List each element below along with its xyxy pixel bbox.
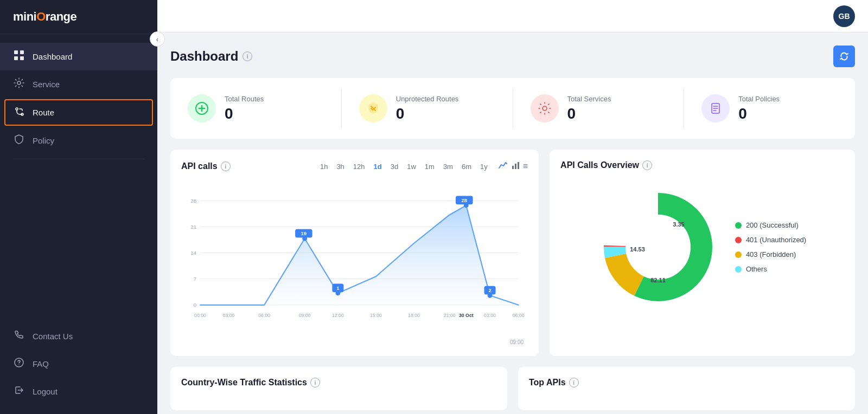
line-chart-icon[interactable] [498, 160, 508, 172]
stat-total-policies-value: 0 [738, 105, 780, 122]
api-calls-info-icon[interactable]: i [221, 161, 231, 171]
legend-dot-200 [735, 222, 742, 229]
sidebar-collapse-button[interactable]: ‹ [150, 31, 165, 47]
svg-text:19: 19 [301, 230, 307, 236]
svg-rect-2 [14, 56, 18, 60]
svg-text:21:00: 21:00 [444, 313, 456, 318]
svg-text:03:00: 03:00 [484, 313, 496, 318]
time-1h[interactable]: 1h [317, 161, 330, 172]
sidebar-item-label-policy: Policy [33, 136, 54, 145]
legend-others: Others [735, 265, 806, 273]
api-calls-chart-header: API calls i 1h 3h 12h 1d 3d 1w 1m 3m [181, 160, 528, 172]
svg-text:30 Oct: 30 Oct [459, 313, 474, 318]
svg-text:06:00: 06:00 [513, 313, 525, 318]
chart-type-icons [498, 160, 521, 172]
svg-text:03:00: 03:00 [223, 313, 235, 318]
bottom-row: Country-Wise Traffic Statistics i Top AP… [170, 367, 855, 410]
dashboard-info-icon[interactable]: i [242, 51, 252, 61]
sidebar-item-route[interactable]: Route [4, 99, 153, 126]
sidebar-item-logout[interactable]: Logout [0, 378, 157, 405]
svg-text:28: 28 [190, 198, 196, 204]
time-12h[interactable]: 12h [350, 161, 368, 172]
time-3d[interactable]: 3d [388, 161, 401, 172]
stat-total-routes-label: Total Routes [225, 95, 264, 103]
time-6m[interactable]: 6m [459, 161, 474, 172]
sidebar-item-label-route: Route [33, 108, 54, 117]
country-traffic-card: Country-Wise Traffic Statistics i [170, 367, 507, 410]
top-apis-title: Top APIs i [529, 378, 844, 387]
legend-403: 403 (Forbidden) [735, 250, 806, 258]
stat-unprotected-routes-value: 0 [396, 105, 459, 122]
svg-text:2: 2 [488, 287, 491, 293]
sidebar-item-label-faq: FAQ [33, 359, 49, 368]
top-apis-card: Top APIs i [518, 367, 855, 410]
donut-legend: 200 (Successful) 401 (Unauthorized) 403 … [735, 221, 806, 273]
refresh-button[interactable] [833, 46, 855, 67]
sidebar-item-service[interactable]: Service [0, 70, 157, 98]
country-traffic-title: Country-Wise Traffic Statistics i [181, 378, 496, 387]
sidebar-item-contact[interactable]: Contact Us [0, 322, 157, 350]
time-filters: 1h 3h 12h 1d 3d 1w 1m 3m 6m 1y [317, 161, 490, 172]
stat-total-services-label: Total Services [567, 95, 611, 103]
total-services-icon [531, 94, 559, 122]
user-avatar[interactable]: GB [833, 5, 855, 27]
stat-total-services-info: Total Services 0 [567, 95, 611, 122]
x-last-label: 09:00 [181, 339, 528, 345]
country-traffic-info-icon[interactable]: i [310, 378, 320, 387]
sidebar-item-dashboard[interactable]: Dashboard [0, 43, 157, 70]
stat-total-routes: Total Routes 0 [170, 89, 342, 128]
bar-chart-icon[interactable] [511, 160, 521, 172]
legend-dot-others [735, 266, 742, 273]
svg-text:82.11: 82.11 [650, 277, 666, 283]
legend-dot-401 [735, 237, 742, 243]
stat-unprotected-routes-label: Unprotected Routes [396, 95, 459, 103]
top-apis-info-icon[interactable]: i [569, 378, 579, 387]
svg-text:14.53: 14.53 [630, 246, 645, 253]
logo-text: miniOrange [13, 10, 76, 24]
sidebar-item-policy[interactable]: Policy [0, 127, 157, 154]
api-calls-svg: 28 21 14 7 0 [181, 181, 528, 344]
contact-icon [13, 329, 25, 343]
svg-text:09:00: 09:00 [299, 313, 311, 318]
stat-total-policies-label: Total Policies [738, 95, 780, 103]
svg-text:12:00: 12:00 [332, 313, 344, 318]
time-1w[interactable]: 1w [404, 161, 419, 172]
service-icon [13, 77, 25, 91]
svg-text:00:00: 00:00 [194, 313, 206, 318]
svg-text:15:00: 15:00 [370, 313, 382, 318]
chart-menu-icon[interactable]: ≡ [523, 161, 528, 171]
policy-icon [13, 134, 25, 147]
svg-point-11 [542, 106, 547, 111]
nav-section: Dashboard Service Route Policy [0, 34, 157, 322]
api-overview-chart-card: API Calls Overview i [550, 150, 855, 356]
svg-rect-1 [20, 50, 24, 54]
time-3h[interactable]: 3h [334, 161, 347, 172]
sidebar-item-faq[interactable]: FAQ [0, 350, 157, 378]
page-header: Dashboard i [170, 46, 855, 67]
legend-200: 200 (Successful) [735, 221, 806, 229]
chart-controls: 1h 3h 12h 1d 3d 1w 1m 3m 6m 1y [317, 160, 528, 172]
time-1y[interactable]: 1y [477, 161, 490, 172]
logo: miniOrange [0, 0, 157, 34]
logo-o: O [36, 10, 46, 23]
stat-total-routes-value: 0 [225, 105, 264, 122]
svg-text:18:00: 18:00 [408, 313, 420, 318]
content-area: Dashboard i Total Routes 0 [157, 33, 868, 414]
time-3m[interactable]: 3m [441, 161, 456, 172]
donut-svg: 82.11 14.53 3.35 [598, 187, 718, 307]
sidebar-item-label-dashboard: Dashboard [33, 52, 72, 61]
time-1d[interactable]: 1d [371, 161, 385, 172]
page-title: Dashboard i [170, 49, 252, 64]
svg-rect-13 [512, 166, 514, 169]
donut-chart-wrap: 82.11 14.53 3.35 200 (Successful) 401 (U… [560, 179, 844, 315]
api-overview-header: API Calls Overview i [560, 160, 844, 170]
charts-row: API calls i 1h 3h 12h 1d 3d 1w 1m 3m [170, 150, 855, 356]
api-overview-info-icon[interactable]: i [642, 160, 652, 170]
logout-icon [13, 385, 25, 398]
api-calls-title: API calls i [181, 161, 231, 171]
time-1m[interactable]: 1m [422, 161, 437, 172]
sidebar-item-label-contact: Contact Us [33, 332, 73, 341]
svg-rect-3 [20, 56, 24, 60]
dashboard-icon [13, 50, 25, 63]
unprotected-routes-icon [359, 94, 387, 122]
